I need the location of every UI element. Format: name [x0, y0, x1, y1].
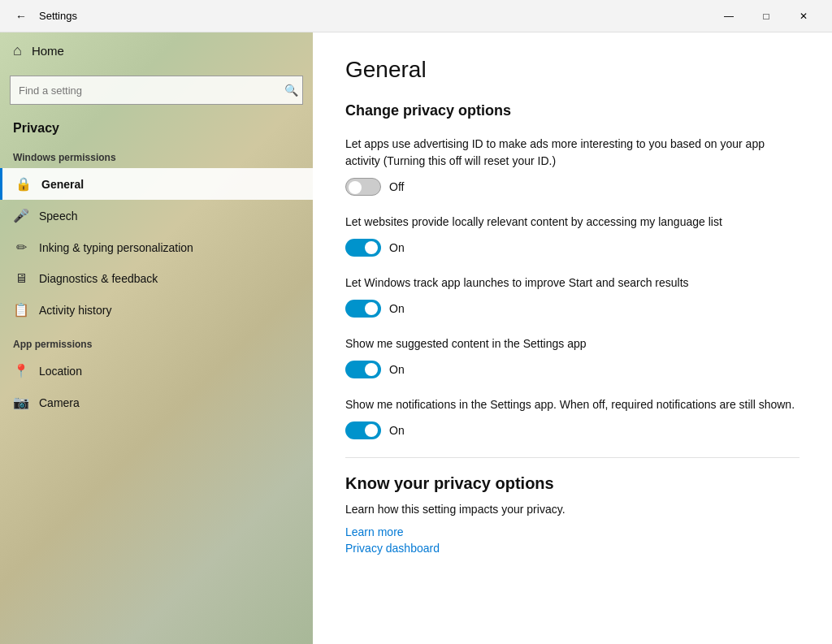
app-permissions-label: App permissions: [0, 326, 313, 355]
sidebar-item-diagnostics[interactable]: 🖥 Diagnostics & feedback: [0, 263, 313, 294]
app-launches-state-label: On: [389, 302, 405, 315]
suggested-content-toggle[interactable]: [345, 361, 381, 378]
sidebar-item-speech[interactable]: 🎤 Speech: [0, 200, 313, 231]
notifications-toggle[interactable]: [345, 421, 381, 439]
sidebar-item-activity[interactable]: 📋 Activity history: [0, 294, 313, 326]
learn-more-link[interactable]: Learn more: [345, 525, 800, 538]
privacy-dashboard-link[interactable]: Privacy dashboard: [345, 542, 800, 555]
notifications-text: Show me notifications in the Settings ap…: [345, 396, 800, 413]
suggested-content-option: Show me suggested content in the Setting…: [345, 335, 800, 378]
search-box: 🔍: [10, 76, 303, 105]
section-title: Change privacy options: [345, 102, 800, 119]
advertising-option: Let apps use advertising ID to make ads …: [345, 136, 800, 196]
sidebar-item-camera[interactable]: 📷 Camera: [0, 387, 313, 418]
back-button[interactable]: ←: [10, 5, 32, 28]
sidebar-item-inking[interactable]: ✏ Inking & typing personalization: [0, 231, 313, 263]
notifications-toggle-row: On: [345, 421, 800, 439]
page-title: General: [345, 57, 800, 83]
language-toggle-row: On: [345, 239, 800, 257]
suggested-content-text: Show me suggested content in the Setting…: [345, 335, 800, 352]
language-state-label: On: [389, 241, 405, 254]
windows-permissions-label: Windows permissions: [0, 139, 313, 168]
app-body: ⌂ Home 🔍 Privacy Windows permissions 🔒 G…: [0, 32, 832, 644]
language-text: Let websites provide locally relevant co…: [345, 214, 800, 231]
language-option: Let websites provide locally relevant co…: [345, 214, 800, 257]
advertising-toggle-thumb: [349, 181, 362, 194]
speech-label: Speech: [39, 210, 77, 223]
sidebar-item-home[interactable]: ⌂ Home: [0, 32, 313, 69]
home-label: Home: [32, 44, 64, 58]
suggested-content-toggle-row: On: [345, 361, 800, 378]
speech-icon: 🎤: [13, 208, 29, 223]
privacy-heading: Privacy: [0, 111, 313, 139]
window-title: Settings: [39, 10, 710, 22]
minimize-button[interactable]: —: [710, 0, 748, 32]
suggested-content-toggle-thumb: [365, 363, 378, 376]
close-button[interactable]: ✕: [785, 0, 822, 32]
sidebar-item-general[interactable]: 🔒 General: [0, 168, 313, 200]
title-bar: ← Settings — □ ✕: [0, 0, 832, 32]
inking-icon: ✏: [13, 240, 29, 255]
advertising-text: Let apps use advertising ID to make ads …: [345, 136, 800, 170]
search-input[interactable]: [10, 76, 303, 105]
diagnostics-label: Diagnostics & feedback: [39, 272, 158, 285]
main-content: General Change privacy options Let apps …: [313, 32, 832, 644]
know-section-title: Know your privacy options: [345, 474, 800, 493]
sidebar-item-location[interactable]: 📍 Location: [0, 355, 313, 387]
advertising-toggle[interactable]: [345, 178, 381, 196]
know-section-text: Learn how this setting impacts your priv…: [345, 503, 800, 516]
inking-label: Inking & typing personalization: [39, 241, 193, 254]
notifications-state-label: On: [389, 424, 405, 437]
app-launches-option: Let Windows track app launches to improv…: [345, 274, 800, 318]
advertising-toggle-row: Off: [345, 178, 800, 196]
app-launches-text: Let Windows track app launches to improv…: [345, 274, 800, 292]
notifications-toggle-thumb: [365, 424, 378, 437]
suggested-content-state-label: On: [389, 363, 405, 376]
advertising-state-label: Off: [389, 180, 404, 193]
general-label: General: [41, 178, 84, 191]
sidebar: ⌂ Home 🔍 Privacy Windows permissions 🔒 G…: [0, 32, 313, 644]
language-toggle[interactable]: [345, 239, 381, 257]
diagnostics-icon: 🖥: [13, 271, 29, 286]
app-launches-toggle-thumb: [365, 302, 378, 315]
search-icon[interactable]: 🔍: [284, 84, 298, 97]
home-icon: ⌂: [13, 42, 22, 59]
maximize-button[interactable]: □: [748, 0, 785, 32]
language-toggle-thumb: [365, 241, 378, 254]
location-icon: 📍: [13, 363, 29, 378]
activity-icon: 📋: [13, 302, 29, 318]
back-icon: ←: [15, 10, 27, 23]
app-launches-toggle-row: On: [345, 300, 800, 318]
general-icon: 🔒: [15, 176, 32, 192]
activity-label: Activity history: [39, 304, 111, 317]
app-launches-toggle[interactable]: [345, 300, 381, 318]
camera-label: Camera: [39, 396, 80, 409]
camera-icon: 📷: [13, 395, 29, 410]
section-divider: [345, 457, 800, 458]
notifications-option: Show me notifications in the Settings ap…: [345, 396, 800, 439]
window-controls: — □ ✕: [710, 0, 822, 32]
location-label: Location: [39, 365, 82, 378]
